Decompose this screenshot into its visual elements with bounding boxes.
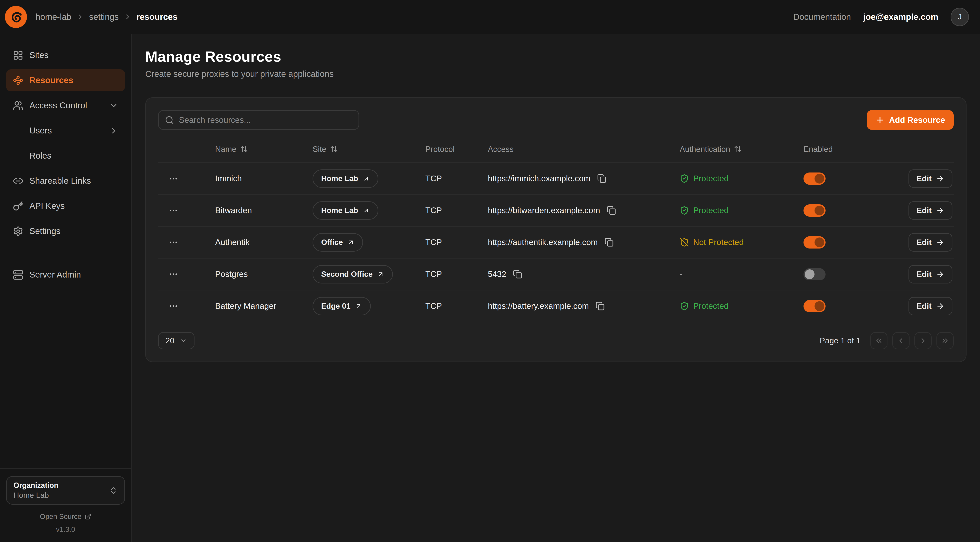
sidebar-item-label: Resources	[29, 75, 73, 85]
sidebar-item-sites[interactable]: Sites	[6, 44, 125, 66]
enabled-toggle[interactable]	[803, 236, 826, 249]
row-actions-button[interactable]	[167, 268, 180, 281]
sidebar-item-label: Settings	[29, 226, 60, 236]
grid-icon	[13, 50, 23, 61]
page-indicator: Page 1 of 1	[820, 336, 861, 345]
sidebar-item-users[interactable]: Users	[6, 120, 125, 142]
column-header-site[interactable]: Site	[313, 145, 425, 154]
access-url[interactable]: https://battery.example.com	[488, 301, 589, 311]
site-link-button[interactable]: Second Office	[313, 265, 393, 284]
main-content: Manage Resources Create secure proxies t…	[132, 34, 980, 542]
sidebar: SitesResourcesAccess ControlUsersRolesSh…	[0, 34, 132, 542]
page-size-select[interactable]: 20	[158, 332, 194, 349]
table-header: NameSiteProtocolAccessAuthenticationEnab…	[158, 136, 954, 163]
access-url[interactable]: 5432	[488, 269, 506, 279]
shell: SitesResourcesAccess ControlUsersRolesSh…	[0, 34, 980, 542]
auth-status: Protected	[680, 206, 803, 215]
column-header-enabled: Enabled	[803, 145, 886, 154]
open-source-link[interactable]: Open Source	[6, 513, 125, 521]
sidebar-item-shareable-links[interactable]: Shareable Links	[6, 170, 125, 192]
access-url[interactable]: https://bitwarden.example.com	[488, 206, 600, 215]
arrow-right-icon	[936, 238, 945, 247]
ellipsis-icon	[169, 174, 178, 183]
site-link-button[interactable]: Home Lab	[313, 169, 379, 188]
search-icon	[165, 115, 174, 125]
copy-icon	[605, 238, 614, 247]
copy-button[interactable]	[594, 300, 606, 312]
sidebar-item-roles[interactable]: Roles	[6, 145, 125, 167]
sidebar-item-server-admin[interactable]: Server Admin	[6, 264, 125, 286]
page-title: Manage Resources	[145, 48, 967, 65]
edit-button[interactable]: Edit	[908, 233, 953, 252]
copy-button[interactable]	[596, 173, 608, 184]
table-row: Battery ManagerEdge 01TCPhttps://battery…	[158, 290, 954, 322]
sidebar-item-resources[interactable]: Resources	[6, 69, 125, 91]
sidebar-item-api-keys[interactable]: API Keys	[6, 195, 125, 217]
add-resource-button[interactable]: Add Resource	[867, 110, 954, 130]
resources-card: Add Resource NameSiteProtocolAccessAuthe…	[145, 97, 967, 362]
search-input[interactable]	[179, 115, 352, 125]
auth-status: -	[680, 269, 803, 279]
row-actions-button[interactable]	[167, 172, 180, 185]
pagination: 20 Page 1 of 1	[158, 332, 954, 349]
sidebar-item-access-control[interactable]: Access Control	[6, 94, 125, 116]
breadcrumb-item-settings[interactable]: settings	[89, 12, 119, 22]
row-actions-button[interactable]	[167, 204, 180, 217]
enabled-toggle[interactable]	[803, 204, 826, 217]
sidebar-item-settings[interactable]: Settings	[6, 220, 125, 242]
auth-status: Protected	[680, 174, 803, 183]
access-url[interactable]: https://authentik.example.com	[488, 238, 598, 247]
edit-button[interactable]: Edit	[908, 169, 953, 188]
access-url[interactable]: https://immich.example.com	[488, 174, 590, 183]
copy-icon	[513, 269, 522, 279]
copy-button[interactable]	[603, 236, 615, 248]
server-icon	[13, 269, 23, 280]
enabled-toggle[interactable]	[803, 300, 826, 312]
copy-button[interactable]	[512, 268, 523, 280]
pagination-controls: Page 1 of 1	[820, 332, 954, 349]
org-selector[interactable]: Organization Home Lab	[6, 476, 125, 505]
arrow-right-icon	[936, 174, 945, 183]
column-header-access: Access	[488, 145, 680, 154]
edit-button[interactable]: Edit	[908, 201, 953, 220]
copy-icon	[597, 174, 606, 183]
site-link-button[interactable]: Home Lab	[313, 201, 379, 220]
chevrons-up-down-icon	[109, 486, 118, 495]
breadcrumb-item-resources[interactable]: resources	[137, 12, 178, 22]
site-link-button[interactable]: Office	[313, 233, 363, 252]
users-icon	[13, 100, 23, 111]
arrow-up-right-icon	[363, 207, 370, 214]
edit-button[interactable]: Edit	[908, 265, 953, 284]
sidebar-item-label: API Keys	[29, 201, 65, 211]
row-actions-button[interactable]	[167, 236, 180, 249]
table-row: ImmichHome LabTCPhttps://immich.example.…	[158, 163, 954, 195]
prev-page-button[interactable]	[892, 332, 910, 349]
last-page-button[interactable]	[937, 332, 954, 349]
chevron-down-icon	[109, 101, 118, 110]
plus-icon	[875, 115, 885, 125]
copy-button[interactable]	[606, 204, 617, 216]
page-size-value: 20	[165, 336, 174, 345]
breadcrumb: home-labsettingsresources	[35, 12, 178, 22]
column-header-authentication[interactable]: Authentication	[680, 145, 803, 154]
page-subtitle: Create secure proxies to your private ap…	[145, 69, 967, 79]
first-page-button[interactable]	[870, 332, 888, 349]
app-logo-icon[interactable]	[5, 6, 27, 28]
protocol: TCP	[425, 269, 488, 279]
breadcrumb-item-home-lab[interactable]: home-lab	[35, 12, 71, 22]
edit-button[interactable]: Edit	[908, 297, 953, 316]
enabled-toggle[interactable]	[803, 172, 826, 185]
arrow-right-icon	[936, 302, 945, 311]
site-link-button[interactable]: Edge 01	[313, 297, 371, 316]
search-box	[158, 110, 359, 130]
avatar[interactable]: J	[951, 8, 969, 26]
documentation-link[interactable]: Documentation	[793, 12, 851, 22]
next-page-button[interactable]	[915, 332, 932, 349]
ellipsis-icon	[169, 238, 178, 247]
version-label: v1.3.0	[6, 526, 125, 533]
row-actions-button[interactable]	[167, 300, 180, 312]
avatar-initial: J	[958, 13, 962, 21]
enabled-toggle[interactable]	[803, 268, 826, 281]
user-email[interactable]: joe@example.com	[863, 12, 938, 22]
column-header-name[interactable]: Name	[215, 145, 313, 154]
